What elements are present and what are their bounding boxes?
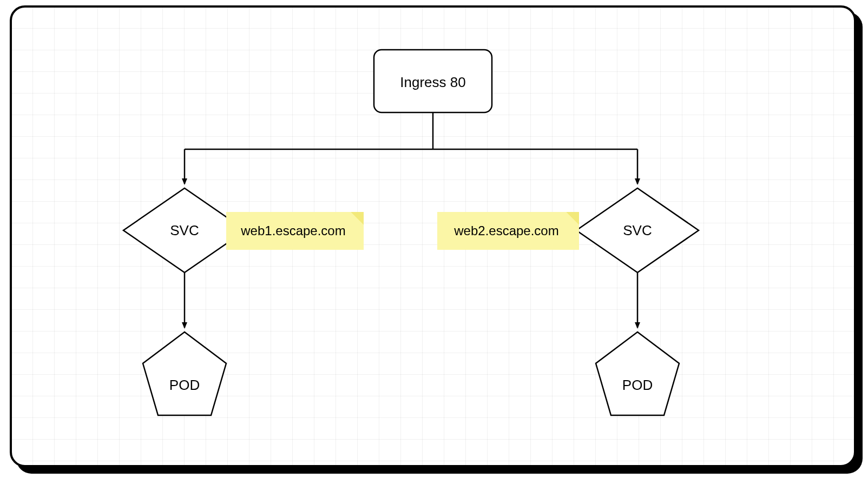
host-left-note: web1.escape.com [226,212,364,250]
ingress-to-svcs-connector [185,112,637,184]
diagram-canvas: Ingress 80 SVC SVC web1.escape.com [10,5,856,467]
svc-right-node: SVC [576,188,699,273]
host-right-label: web2.escape.com [453,223,558,238]
pod-right-node: POD [596,332,679,415]
svc-left-label: SVC [170,222,199,238]
ingress-label: Ingress 80 [400,74,465,90]
ingress-node: Ingress 80 [374,50,492,112]
svg-marker-9 [143,332,226,415]
host-right-note: web2.escape.com [437,212,579,250]
svc-right-label: SVC [623,222,652,238]
host-left-label: web1.escape.com [240,223,345,238]
svg-marker-10 [596,332,679,415]
pod-left-node: POD [143,332,226,415]
pod-right-label: POD [622,377,653,393]
pod-left-label: POD [169,377,200,393]
